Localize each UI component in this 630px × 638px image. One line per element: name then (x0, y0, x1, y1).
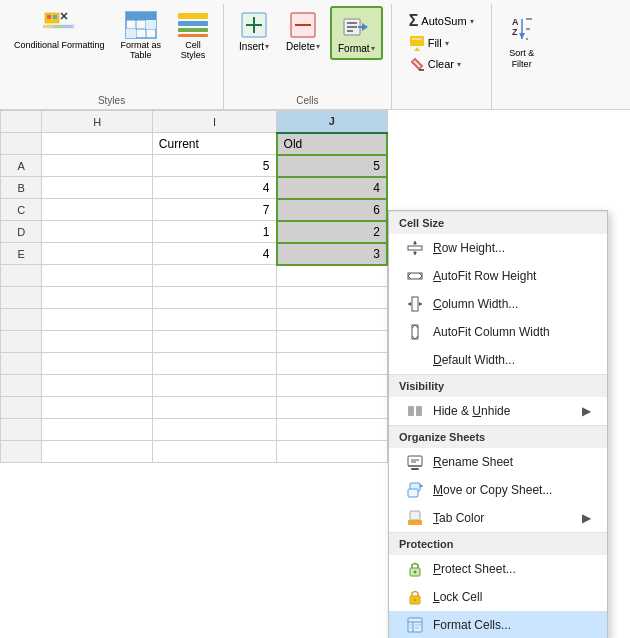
svg-rect-16 (146, 20, 156, 29)
cell-HB[interactable] (42, 177, 152, 199)
hide-unhide-arrow: ▶ (582, 404, 591, 418)
format-as-table-button[interactable]: Format as Table (115, 6, 168, 64)
cell-IE[interactable]: 4 (152, 243, 276, 265)
hide-unhide-icon (405, 403, 425, 419)
table-row: C 7 6 (1, 199, 388, 221)
delete-icon (287, 9, 319, 41)
row-height-item[interactable]: Row Height... (389, 234, 607, 262)
format-button[interactable]: Format▾ (330, 6, 383, 60)
format-cells-label: Format Cells... (433, 618, 511, 632)
row-height-label: Row Height... (433, 241, 505, 255)
svg-point-80 (414, 599, 417, 602)
tab-color-label: Tab Color (433, 511, 484, 525)
svg-rect-10 (126, 12, 156, 20)
move-copy-sheet-item[interactable]: Move or Copy Sheet... (389, 476, 607, 504)
col-header-J[interactable]: J (277, 111, 387, 133)
svg-marker-40 (519, 33, 525, 39)
lock-cell-item[interactable]: Lock Cell (389, 583, 607, 611)
col-header-I[interactable]: I (152, 111, 276, 133)
lock-cell-label: Lock Cell (433, 590, 482, 604)
default-width-label: Default Width... (433, 353, 515, 367)
autosum-arrow: ▾ (470, 17, 474, 26)
column-width-label: Column Width... (433, 297, 518, 311)
rename-sheet-item[interactable]: Rename Sheet (389, 448, 607, 476)
styles-group: Conditional Formatting (0, 4, 224, 109)
format-button-group: Format▾ (330, 6, 383, 60)
sort-filter-button[interactable]: A Z (504, 10, 540, 48)
cell-ID[interactable]: 1 (152, 221, 276, 243)
autosum-button[interactable]: Σ AutoSum ▾ (405, 10, 478, 32)
delete-button-group: Delete▾ (280, 6, 326, 56)
format-label: Format▾ (338, 43, 375, 55)
svg-rect-76 (410, 511, 420, 520)
move-copy-sheet-label: Move or Copy Sheet... (433, 483, 552, 497)
tab-color-icon (405, 510, 425, 526)
svg-rect-54 (412, 297, 418, 311)
cell-HC[interactable] (42, 199, 152, 221)
cell-HD[interactable] (42, 221, 152, 243)
tab-color-arrow: ▶ (582, 511, 591, 525)
hide-unhide-item[interactable]: Hide & Unhide ▶ (389, 397, 607, 425)
table-row (1, 441, 388, 463)
visibility-header: Visibility (389, 374, 607, 397)
cells-group-label: Cells (296, 93, 318, 109)
format-as-table-label: Format as Table (121, 41, 162, 61)
tab-color-item[interactable]: Tab Color ▶ (389, 504, 607, 532)
format-cells-item[interactable]: Format Cells... (389, 611, 607, 638)
table-row (1, 309, 388, 331)
delete-label: Delete▾ (286, 41, 320, 53)
cell-H1[interactable] (42, 133, 152, 155)
cell-IB[interactable]: 4 (152, 177, 276, 199)
svg-rect-65 (416, 406, 422, 416)
cell-JB[interactable]: 4 (277, 177, 387, 199)
format-cells-icon (405, 617, 425, 633)
svg-rect-68 (411, 468, 419, 470)
lock-cell-icon (405, 589, 425, 605)
svg-rect-75 (408, 520, 422, 525)
autofit-column-width-icon (405, 324, 425, 340)
autofit-column-width-item[interactable]: AutoFit Column Width (389, 318, 607, 346)
svg-marker-58 (419, 302, 422, 306)
row-num-A: A (1, 155, 42, 177)
cell-IA[interactable]: 5 (152, 155, 276, 177)
svg-rect-2 (53, 15, 57, 19)
insert-button[interactable]: Insert▾ (232, 6, 276, 56)
cell-styles-button[interactable]: Cell Styles (171, 6, 215, 64)
spreadsheet-area: H I J Current Old A 5 5 (0, 110, 630, 638)
sheet-table: H I J Current Old A 5 5 (0, 110, 388, 463)
default-width-item[interactable]: Default Width... (389, 346, 607, 374)
conditional-formatting-button[interactable]: Conditional Formatting (8, 6, 111, 54)
autofit-column-width-label: AutoFit Column Width (433, 325, 550, 339)
rename-sheet-icon (405, 454, 425, 470)
protect-sheet-item[interactable]: Protect Sheet... (389, 555, 607, 583)
cell-I1[interactable]: Current (152, 133, 276, 155)
editing-group: Σ AutoSum ▾ Fill ▾ (392, 4, 492, 109)
svg-rect-5 (53, 25, 63, 28)
row-num-E: E (1, 243, 42, 265)
delete-button[interactable]: Delete▾ (280, 6, 326, 56)
cell-JE[interactable]: 3 (277, 243, 387, 265)
table-row (1, 397, 388, 419)
svg-rect-64 (408, 406, 414, 416)
row-height-icon (405, 240, 425, 256)
autofit-row-height-item[interactable]: AutoFit Row Height (389, 262, 607, 290)
cell-JD[interactable]: 2 (277, 221, 387, 243)
column-width-icon (405, 296, 425, 312)
protect-sheet-icon (405, 561, 425, 577)
cell-JC[interactable]: 6 (277, 199, 387, 221)
row-num-C: C (1, 199, 42, 221)
svg-rect-6 (63, 25, 73, 28)
ribbon: Conditional Formatting (0, 0, 630, 110)
column-width-item[interactable]: Column Width... (389, 290, 607, 318)
svg-rect-66 (408, 456, 422, 466)
cell-J1[interactable]: Old (277, 133, 387, 155)
fill-button[interactable]: Fill ▾ (405, 33, 478, 53)
clear-button[interactable]: Clear ▾ (405, 54, 478, 74)
sort-filter-icon: A Z (512, 13, 532, 45)
cell-HE[interactable] (42, 243, 152, 265)
col-header-H[interactable]: H (42, 111, 152, 133)
table-row: B 4 4 (1, 177, 388, 199)
cell-JA[interactable]: 5 (277, 155, 387, 177)
cell-IC[interactable]: 7 (152, 199, 276, 221)
cell-HA[interactable] (42, 155, 152, 177)
